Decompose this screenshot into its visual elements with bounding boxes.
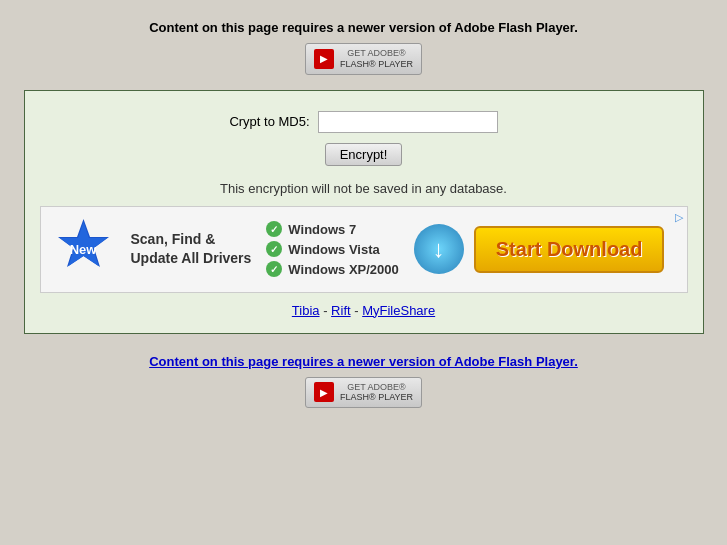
ad-banner: ▷ New Scan, Find & Update All Drivers Wi… [40,206,688,293]
download-section: Start Download [414,224,665,274]
os-xp-label: Windows XP/2000 [288,262,398,277]
bottom-flash-notice-link[interactable]: Content on this page requires a newer ve… [149,354,578,369]
start-download-button[interactable]: Start Download [474,226,665,273]
os-item-vista: Windows Vista [266,241,398,257]
ad-desc-line2: Update All Drivers [131,249,252,269]
main-content-box: Crypt to MD5: Encrypt! This encryption w… [24,90,704,334]
flash-get-label-bottom: Get ADOBE® [340,382,413,393]
ad-os-list: Windows 7 Windows Vista Windows XP/2000 [266,221,398,277]
bottom-flash-badge[interactable]: Get ADOBE® FLASH® PLAYER [305,377,422,409]
os-item-xp: Windows XP/2000 [266,261,398,277]
new-badge: New [51,217,116,282]
encrypt-section: Crypt to MD5: Encrypt! [229,106,497,166]
myfileshare-link[interactable]: MyFileShare [362,303,435,318]
check-icon-vista [266,241,282,257]
tibia-link[interactable]: Tibia [292,303,320,318]
flash-badge-text-top: Get ADOBE® FLASH® PLAYER [340,48,413,70]
db-notice: This encryption will not be saved in any… [220,181,507,196]
top-flash-badge[interactable]: Get ADOBE® FLASH® PLAYER [305,43,422,75]
download-arrow-icon [414,224,464,274]
check-icon-xp [266,261,282,277]
encrypt-button[interactable]: Encrypt! [325,143,403,166]
separator-1: - [323,303,331,318]
ad-desc-line1: Scan, Find & [131,230,252,250]
top-flash-notice: Content on this page requires a newer ve… [149,20,578,75]
ad-description: Scan, Find & Update All Drivers [131,230,252,269]
flash-icon-top [314,49,334,69]
encrypt-row: Crypt to MD5: [229,111,497,133]
encrypt-input[interactable] [318,111,498,133]
check-icon-win7 [266,221,282,237]
top-flash-notice-text: Content on this page requires a newer ve… [149,20,578,35]
page-wrapper: Content on this page requires a newer ve… [24,20,704,408]
flash-get-label-top: Get ADOBE® [340,48,413,59]
flash-player-label-top: FLASH® PLAYER [340,59,413,70]
encrypt-label: Crypt to MD5: [229,114,309,129]
flash-icon-bottom [314,382,334,402]
bottom-flash-notice: Content on this page requires a newer ve… [149,354,578,409]
ad-corner-arrow-icon: ▷ [675,211,683,224]
new-badge-label: New [70,242,97,257]
footer-links: Tibia - Rift - MyFileShare [292,303,435,318]
os-win7-label: Windows 7 [288,222,356,237]
flash-badge-text-bottom: Get ADOBE® FLASH® PLAYER [340,382,413,404]
flash-player-label-bottom: FLASH® PLAYER [340,392,413,403]
separator-2: - [354,303,362,318]
os-item-win7: Windows 7 [266,221,398,237]
os-vista-label: Windows Vista [288,242,379,257]
rift-link[interactable]: Rift [331,303,351,318]
